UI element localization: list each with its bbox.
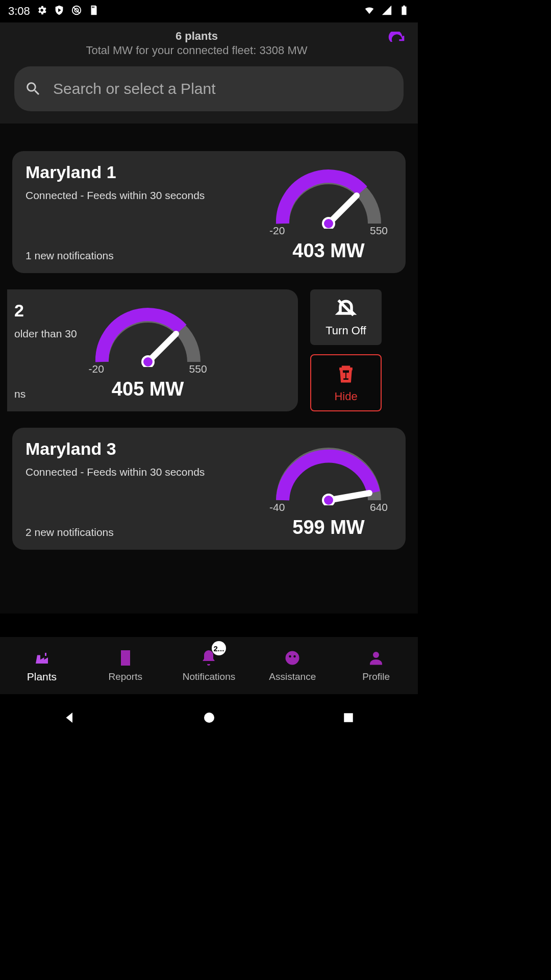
- gauge-value: 599 MW: [292, 517, 364, 538]
- search-icon: [24, 80, 42, 97]
- back-button[interactable]: [62, 710, 78, 727]
- face-icon: [283, 649, 302, 669]
- svg-rect-14: [344, 713, 353, 722]
- nav-label: Reports: [108, 671, 142, 682]
- recents-button[interactable]: [341, 710, 356, 727]
- nav-plants[interactable]: Plants: [0, 637, 84, 694]
- svg-point-13: [204, 713, 214, 723]
- plant-notifications: 2 new notifications: [26, 516, 258, 538]
- turn-off-button[interactable]: Turn Off: [310, 289, 382, 345]
- svg-point-9: [286, 651, 299, 665]
- refresh-icon: [387, 32, 408, 52]
- search-bar[interactable]: [14, 66, 404, 111]
- svg-point-8: [323, 495, 334, 505]
- person-icon: [367, 649, 385, 669]
- power-gauge: [87, 301, 209, 367]
- shield-play-icon: [54, 5, 65, 18]
- hide-label: Hide: [334, 390, 357, 403]
- gauge-value: 403 MW: [292, 240, 364, 262]
- nav-label: Profile: [362, 671, 390, 682]
- wifi-icon: [364, 5, 375, 18]
- svg-point-11: [294, 655, 296, 658]
- plant-card[interactable]: 2 older than 30 ns -20 550 405 M: [7, 289, 298, 411]
- hide-button[interactable]: Hide: [310, 354, 382, 412]
- battery-icon: [398, 5, 410, 18]
- home-button[interactable]: [202, 710, 217, 727]
- nav-assistance[interactable]: Assistance: [251, 637, 334, 694]
- no-sync-icon: [71, 5, 82, 18]
- bottom-nav: Plants Reports 2... Notifications Assist…: [0, 637, 418, 694]
- plant-status: older than 30: [14, 328, 77, 340]
- android-statusbar: 3:08: [0, 0, 418, 22]
- svg-point-12: [373, 652, 379, 658]
- plant-notifications: ns: [14, 378, 77, 400]
- gear-icon: [36, 5, 47, 18]
- nav-reports[interactable]: Reports: [84, 637, 167, 694]
- plant-card[interactable]: Maryland 1 Connected - Feeds within 30 s…: [12, 151, 406, 273]
- swiped-row: 2 older than 30 ns -20 550 405 M: [7, 289, 406, 411]
- plant-status: Connected - Feeds within 30 seconds: [26, 466, 258, 478]
- bell-off-icon: [335, 297, 357, 319]
- power-gauge: [267, 439, 390, 505]
- factory-icon: [33, 648, 51, 669]
- sdcard-icon: [88, 5, 99, 18]
- statusbar-time: 3:08: [8, 5, 30, 18]
- document-icon: [116, 649, 135, 669]
- nav-label: Plants: [27, 671, 57, 683]
- plants-count: 6 plants: [8, 30, 385, 43]
- turn-off-label: Turn Off: [325, 324, 366, 337]
- power-gauge: [267, 162, 390, 229]
- signal-icon: [381, 5, 392, 18]
- svg-point-10: [289, 655, 292, 658]
- nav-notifications[interactable]: 2... Notifications: [167, 637, 251, 694]
- plant-status: Connected - Feeds within 30 seconds: [26, 189, 258, 202]
- trash-icon: [335, 362, 357, 385]
- plant-list[interactable]: Maryland 1 Connected - Feeds within 30 s…: [0, 124, 418, 614]
- plant-card[interactable]: Maryland 3 Connected - Feeds within 30 s…: [12, 428, 406, 550]
- refresh-button[interactable]: [385, 30, 410, 54]
- search-input[interactable]: [53, 80, 393, 97]
- gauge-value: 405 MW: [112, 378, 184, 400]
- plant-notifications: 1 new notifications: [26, 239, 258, 262]
- plant-name: 2: [14, 301, 77, 321]
- nav-profile[interactable]: Profile: [334, 637, 418, 694]
- notification-badge: 2...: [212, 641, 227, 655]
- app-header: 6 plants Total MW for your connected fle…: [0, 22, 418, 124]
- svg-point-6: [142, 356, 154, 367]
- android-navbar: [0, 694, 418, 743]
- svg-point-4: [323, 218, 334, 229]
- nav-label: Assistance: [269, 671, 316, 682]
- nav-label: Notifications: [183, 671, 236, 682]
- plant-name: Maryland 3: [26, 439, 258, 459]
- fleet-total: Total MW for your connected fleet: 3308 …: [8, 44, 385, 57]
- plant-name: Maryland 1: [26, 162, 258, 182]
